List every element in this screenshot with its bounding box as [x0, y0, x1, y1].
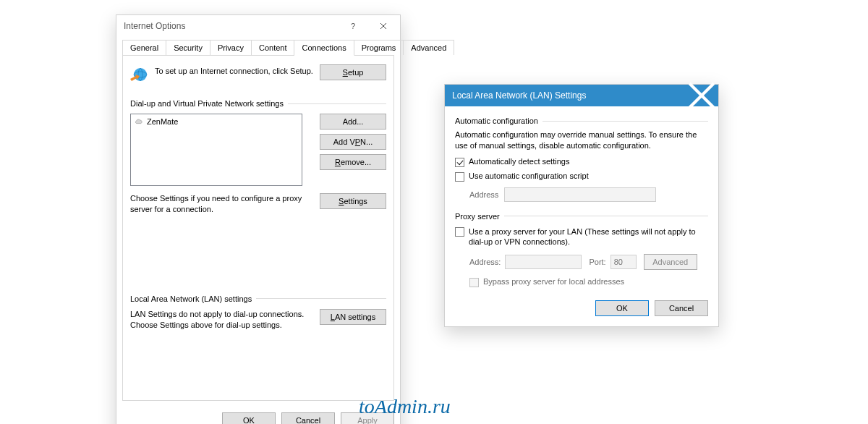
dialup-listbox[interactable]: ZenMate	[130, 114, 302, 186]
checkbox-icon	[455, 227, 464, 237]
list-item[interactable]: ZenMate	[132, 116, 300, 127]
proxy-address-label: Address:	[469, 258, 501, 266]
add-vpn-button[interactable]: Add VPN...	[320, 134, 386, 150]
proxy-use-checkbox[interactable]: Use a proxy server for your LAN (These s…	[455, 226, 708, 247]
list-item-label: ZenMate	[147, 117, 178, 126]
tab-content[interactable]: Content	[252, 40, 295, 55]
ok-button[interactable]: OK	[595, 300, 649, 316]
auto-detect-checkbox[interactable]: Automatically detect settings	[455, 157, 708, 167]
dialup-group-label: Dial-up and Virtual Private Network sett…	[130, 99, 288, 108]
window-title: Local Area Network (LAN) Settings	[452, 90, 686, 101]
setup-button[interactable]: Setup	[320, 64, 386, 80]
lan-settings-window: Local Area Network (LAN) Settings Automa…	[444, 84, 719, 327]
tab-security[interactable]: Security	[166, 40, 210, 55]
lan-hint: LAN Settings do not apply to dial-up con…	[130, 309, 310, 331]
tab-programs[interactable]: Programs	[354, 40, 404, 55]
titlebar[interactable]: Local Area Network (LAN) Settings	[445, 85, 718, 106]
close-icon	[686, 80, 717, 111]
checkbox-icon	[455, 172, 464, 182]
checkbox-icon	[455, 158, 464, 167]
auto-config-group-label: Automatic configuration	[455, 116, 542, 125]
close-button[interactable]	[686, 85, 717, 106]
svg-point-0	[134, 68, 147, 81]
titlebar[interactable]: Internet Options ?	[116, 15, 400, 37]
proxy-port-input	[610, 255, 637, 269]
dialog-buttons: OK Cancel Apply	[116, 407, 400, 424]
proxy-address-input	[505, 255, 582, 269]
proxy-port-label: Port:	[589, 258, 605, 266]
cloud-icon	[134, 116, 144, 127]
help-button[interactable]: ?	[338, 16, 368, 36]
ok-button[interactable]: OK	[222, 412, 276, 424]
tabs: General Security Privacy Content Connect…	[122, 40, 394, 55]
lan-group-label: Local Area Network (LAN) settings	[130, 294, 256, 303]
auto-script-checkbox[interactable]: Use automatic configuration script	[455, 171, 708, 182]
cancel-button[interactable]: Cancel	[655, 300, 708, 316]
proxy-group-label: Proxy server	[455, 212, 504, 221]
auto-config-hint: Automatic configuration may override man…	[455, 130, 708, 151]
remove-button[interactable]: Remove...	[320, 154, 386, 170]
auto-script-address-input	[504, 187, 656, 202]
checkbox-icon	[469, 278, 479, 287]
tab-general[interactable]: General	[122, 40, 166, 55]
tab-panel-connections: To set up an Internet connection, click …	[122, 55, 394, 401]
window-title: Internet Options	[124, 21, 338, 31]
bypass-proxy-checkbox: Bypass proxy server for local addresses	[455, 277, 708, 287]
cancel-button[interactable]: Cancel	[281, 412, 335, 424]
settings-button[interactable]: Settings	[320, 193, 386, 209]
tab-connections[interactable]: Connections	[294, 40, 354, 56]
tab-privacy[interactable]: Privacy	[210, 40, 252, 55]
close-button[interactable]	[368, 16, 399, 36]
dialup-hint: Choose Settings if you need to configure…	[130, 193, 310, 215]
globe-icon	[130, 66, 149, 85]
add-button[interactable]: Add...	[320, 114, 386, 130]
address-label: Address	[469, 190, 498, 199]
setup-hint: To set up an Internet connection, click …	[152, 64, 320, 77]
dialog-buttons: OK Cancel	[445, 287, 718, 326]
lan-settings-button[interactable]: LAN settings	[320, 309, 386, 325]
advanced-button[interactable]: Advanced	[644, 254, 697, 270]
close-icon	[380, 22, 387, 30]
internet-options-window: Internet Options ? General Security Priv…	[116, 14, 401, 424]
tab-advanced[interactable]: Advanced	[404, 40, 454, 55]
